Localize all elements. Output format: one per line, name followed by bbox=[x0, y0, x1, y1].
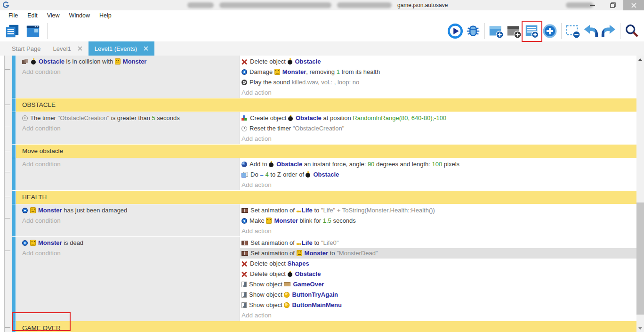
event-selection-bar[interactable] bbox=[12, 237, 16, 321]
menu-help[interactable]: Help bbox=[95, 12, 116, 19]
comment-row[interactable]: OBSTACLE bbox=[16, 98, 636, 112]
redacted-title-blob bbox=[219, 2, 331, 8]
search-button[interactable] bbox=[623, 23, 640, 40]
action-line[interactable]: Delete object Obstacle bbox=[240, 269, 636, 279]
undo-button[interactable] bbox=[582, 23, 599, 40]
action-line[interactable]: Do = 4 to Z-order of Obstacle bbox=[240, 170, 636, 180]
action-line[interactable]: Play the sound killed.wav, vol.: , loop:… bbox=[240, 77, 636, 88]
menu-file[interactable]: File bbox=[4, 12, 23, 19]
window-controls bbox=[582, 0, 644, 10]
add-external-events-icon bbox=[506, 23, 522, 39]
comment-row[interactable]: HEALTH bbox=[16, 191, 636, 204]
condition-line[interactable]: Monster has just been damaged bbox=[16, 205, 240, 216]
scene-editor-icon bbox=[25, 24, 40, 39]
event-selection-bar[interactable] bbox=[12, 98, 16, 112]
action-line[interactable]: Create object Obstacle at position Rando… bbox=[240, 113, 636, 123]
condition-line[interactable]: Monster is dead bbox=[16, 238, 240, 248]
scene-editor-button[interactable] bbox=[24, 23, 41, 40]
close-button[interactable] bbox=[623, 0, 644, 10]
menu-window[interactable]: Window bbox=[64, 12, 95, 19]
tab-close-icon[interactable] bbox=[144, 46, 148, 51]
action-line[interactable]: Add to Obstacle an instant force, angle:… bbox=[240, 159, 636, 170]
project-manager-button[interactable] bbox=[4, 23, 21, 40]
text-segment: The timer bbox=[30, 114, 58, 121]
text-segment: Set animation of bbox=[250, 207, 297, 214]
gutter-tick bbox=[5, 105, 10, 105]
text-segment: 1.5 bbox=[323, 217, 331, 224]
condition-line[interactable]: The timer "ObstacleCreation" is greater … bbox=[16, 113, 240, 123]
vertical-scrollbar[interactable] bbox=[636, 56, 644, 332]
add-condition-button[interactable]: Add condition bbox=[16, 159, 240, 170]
add-external-events-button[interactable] bbox=[506, 23, 523, 40]
add-condition-button[interactable]: Add condition bbox=[16, 67, 240, 77]
actions-column: Create object Obstacle at position Rando… bbox=[240, 112, 636, 144]
sound-icon bbox=[242, 80, 247, 85]
add-action-button[interactable]: Add action bbox=[240, 88, 636, 98]
action-line[interactable]: Set animation of Life to "Life" + ToStri… bbox=[240, 205, 636, 216]
event-selection-bar[interactable] bbox=[12, 145, 16, 158]
text-segment: blink for bbox=[298, 217, 323, 224]
action-line[interactable]: Delete object Shapes bbox=[240, 259, 636, 269]
redo-button[interactable] bbox=[600, 23, 617, 40]
tab-bar: Start Page Level1 Level1 (Events) bbox=[0, 41, 644, 56]
event-selection-bar[interactable] bbox=[12, 112, 16, 144]
bomb-icon bbox=[306, 171, 311, 178]
event-selection-bar[interactable] bbox=[12, 56, 16, 98]
minimize-button[interactable] bbox=[582, 0, 603, 10]
menu-edit[interactable]: Edit bbox=[23, 12, 42, 19]
annotation-red-box-gameover bbox=[12, 312, 71, 331]
scroll-up-button[interactable] bbox=[636, 56, 644, 63]
text-segment: "Life" + ToString(Monster.Health::Health… bbox=[321, 207, 435, 214]
text-segment: degrees and length: bbox=[374, 161, 432, 168]
add-events-sheet-button[interactable] bbox=[523, 23, 540, 40]
arrow-up-icon bbox=[638, 58, 642, 61]
add-condition-button[interactable]: Add condition bbox=[16, 216, 240, 226]
add-action-button[interactable]: Add action bbox=[240, 134, 636, 144]
add-object-button[interactable] bbox=[541, 23, 558, 40]
action-line[interactable]: Show object ButtonTryAgain bbox=[240, 290, 636, 300]
comment-row[interactable]: Move obstacle bbox=[16, 145, 636, 158]
action-line[interactable]: Set animation of Life to "Life0" bbox=[240, 238, 636, 248]
tab-start-page[interactable]: Start Page bbox=[6, 41, 47, 56]
add-action-button[interactable]: Add action bbox=[240, 226, 636, 236]
text-segment: Reset the timer bbox=[250, 125, 293, 132]
preview-play-button[interactable] bbox=[447, 23, 464, 40]
text-segment: Obstacle bbox=[296, 114, 322, 121]
menu-view[interactable]: View bbox=[42, 12, 64, 19]
text-segment: 1 bbox=[337, 68, 340, 75]
add-action-button[interactable]: Add action bbox=[240, 180, 636, 190]
add-scene-button[interactable] bbox=[488, 23, 505, 40]
tab-level1-events[interactable]: Level1 (Events) bbox=[89, 41, 154, 56]
comment-row[interactable]: GAME OVER bbox=[16, 321, 636, 332]
event-selection-bar[interactable] bbox=[12, 204, 16, 236]
action-line[interactable]: Show object GameOver bbox=[240, 279, 636, 290]
add-action-button[interactable]: Add action bbox=[240, 310, 636, 321]
action-line[interactable]: Set animation of Monster to "MonsterDead… bbox=[240, 248, 636, 259]
add-condition-button[interactable]: Add condition bbox=[16, 123, 240, 134]
project-manager-icon bbox=[5, 24, 20, 39]
text-segment: , removing bbox=[306, 68, 336, 75]
action-line[interactable]: Reset the timer "ObstacleCreation" bbox=[240, 123, 636, 134]
tab-level1[interactable]: Level1 bbox=[47, 41, 88, 56]
add-condition-button[interactable]: Add condition bbox=[16, 248, 240, 259]
scrollbar-thumb[interactable] bbox=[636, 202, 644, 315]
annotation-red-box-toolbar bbox=[522, 21, 542, 42]
action-line[interactable]: Show object ButtonMainMenu bbox=[240, 300, 636, 310]
menu-bar: File Edit View Window Help bbox=[0, 10, 644, 21]
restore-button[interactable] bbox=[603, 0, 623, 10]
action-line[interactable]: Make Monster blink for 1.5 seconds bbox=[240, 216, 636, 226]
debugger-button[interactable] bbox=[465, 23, 482, 40]
action-line[interactable]: Damage Monster, removing 1 from its heal… bbox=[240, 67, 636, 77]
event-row: Add conditionAdd to Obstacle an instant … bbox=[16, 158, 636, 190]
action-line[interactable]: Delete object Obstacle bbox=[240, 57, 636, 67]
condition-line[interactable]: Obstacle is in collision with Monster bbox=[16, 57, 240, 67]
damage-icon bbox=[22, 208, 28, 213]
tab-close-icon[interactable] bbox=[78, 46, 82, 51]
redo-icon bbox=[601, 23, 617, 39]
event-selection-bar[interactable] bbox=[12, 191, 16, 204]
conditions-column: Monster has just been damagedAdd conditi… bbox=[16, 204, 240, 236]
tab-label: Level1 bbox=[53, 45, 71, 52]
deselect-button[interactable] bbox=[564, 23, 581, 40]
scroll-down-button[interactable] bbox=[636, 324, 644, 332]
event-selection-bar[interactable] bbox=[12, 158, 16, 190]
